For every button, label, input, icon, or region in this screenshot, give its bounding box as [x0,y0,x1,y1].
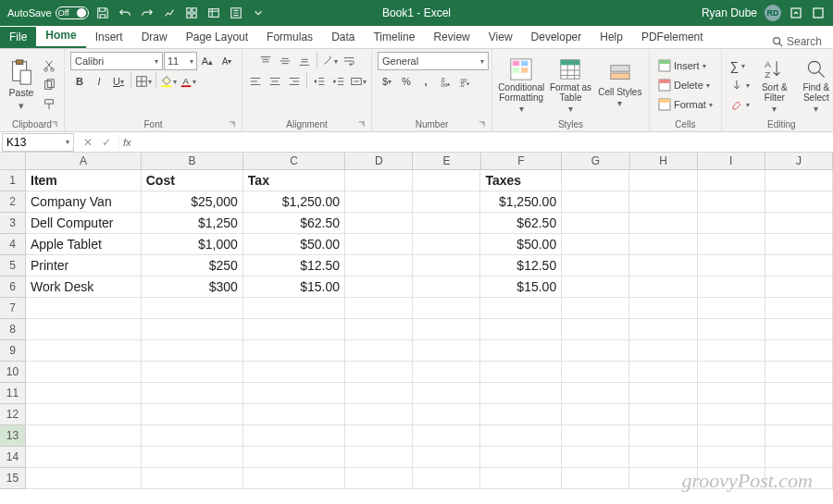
borders-button[interactable]: ▾ [134,72,153,91]
tab-view[interactable]: View [479,27,522,48]
cell-E15[interactable] [413,468,480,489]
underline-button[interactable]: U▾ [109,72,128,91]
cell-J9[interactable] [765,340,833,362]
cell-H15[interactable] [629,468,697,489]
qat-icon-4[interactable] [228,5,244,21]
cell-styles-button[interactable]: Cell Styles▾ [597,55,643,116]
cell-D15[interactable] [345,468,413,489]
qat-icon-1[interactable] [161,5,178,21]
increase-font-button[interactable]: A▴ [198,52,217,70]
cell-J7[interactable] [765,298,833,319]
tab-review[interactable]: Review [424,27,479,48]
row-header-1[interactable]: 1 [0,170,25,191]
cell-C12[interactable] [243,404,345,425]
save-icon[interactable] [94,5,111,21]
delete-cells-button[interactable]: Delete ▾ [655,76,713,94]
cell-A7[interactable] [26,298,142,319]
worksheet-grid[interactable]: ABCDEFGHIJ 123456789101112131415 ItemCos… [0,153,833,504]
cell-A15[interactable] [26,468,142,489]
cell-I10[interactable] [698,362,765,383]
cell-J10[interactable] [765,362,833,383]
cell-C5[interactable]: $12.50 [243,255,345,277]
cell-D6[interactable] [345,277,413,298]
cell-H6[interactable] [629,277,697,298]
cell-G8[interactable] [562,319,629,340]
column-header-F[interactable]: F [481,153,563,169]
cell-B8[interactable] [142,319,243,340]
row-header-15[interactable]: 15 [0,468,25,489]
column-header-C[interactable]: C [243,153,345,169]
merge-button[interactable]: ▾ [349,72,367,91]
cell-I2[interactable] [698,191,765,213]
name-box[interactable]: K13▾ [2,133,74,152]
row-header-10[interactable]: 10 [0,362,25,383]
cell-C15[interactable] [243,468,345,489]
cell-F2[interactable]: $1,250.00 [480,191,562,213]
cell-G5[interactable] [562,255,629,277]
cell-C7[interactable] [243,298,345,319]
cell-F10[interactable] [480,362,562,383]
ribbon-options-icon[interactable] [789,6,803,20]
cell-A10[interactable] [26,362,142,383]
cell-G6[interactable] [562,277,629,298]
cell-H13[interactable] [629,425,697,447]
cancel-formula-icon[interactable]: ✕ [80,134,96,151]
cell-C10[interactable] [243,362,345,383]
cell-B1[interactable]: Cost [142,170,243,191]
cell-B10[interactable] [142,362,243,383]
find-select-button[interactable]: Find & Select▾ [797,55,833,116]
cell-I8[interactable] [698,319,765,340]
cell-D10[interactable] [345,362,413,383]
cell-G13[interactable] [562,425,629,447]
cell-D8[interactable] [345,319,413,340]
cell-A12[interactable] [26,404,142,425]
cell-E8[interactable] [413,319,480,340]
cell-F11[interactable] [480,383,562,404]
cell-J1[interactable] [765,170,833,191]
orientation-button[interactable]: ▾ [320,52,339,70]
cell-F14[interactable] [480,447,562,468]
launcher-icon[interactable] [356,120,366,129]
cell-J4[interactable] [765,234,833,255]
enter-formula-icon[interactable]: ✓ [98,134,115,151]
cell-H9[interactable] [629,340,697,362]
sort-filter-button[interactable]: AZ Sort & Filter▾ [755,55,794,116]
cell-D5[interactable] [345,255,413,277]
cell-H2[interactable] [629,191,697,213]
tab-timeline[interactable]: Timeline [364,27,424,48]
column-header-G[interactable]: G [562,153,629,169]
cell-J14[interactable] [765,447,833,468]
tab-page-layout[interactable]: Page Layout [177,27,257,48]
cell-I12[interactable] [698,404,765,425]
column-header-J[interactable]: J [765,153,833,169]
clear-button[interactable]: ▾ [727,95,752,114]
cell-E12[interactable] [413,404,480,425]
tab-developer[interactable]: Developer [522,27,591,48]
cell-A6[interactable]: Work Desk [26,277,142,298]
cell-J15[interactable] [765,468,833,489]
cell-E6[interactable] [413,277,480,298]
cell-I5[interactable] [698,255,765,277]
cell-I15[interactable] [698,468,765,489]
align-middle-button[interactable] [276,52,294,70]
cell-H3[interactable] [629,213,697,234]
cell-I6[interactable] [698,277,765,298]
cell-D14[interactable] [345,447,413,468]
cell-A9[interactable] [26,340,142,362]
cell-G10[interactable] [562,362,629,383]
cell-E11[interactable] [413,383,480,404]
cell-I9[interactable] [698,340,765,362]
cell-B7[interactable] [142,298,243,319]
cell-E4[interactable] [413,234,480,255]
cell-I4[interactable] [698,234,765,255]
cell-J6[interactable] [765,277,833,298]
row-header-4[interactable]: 4 [0,234,25,255]
cell-G4[interactable] [562,234,629,255]
cell-F3[interactable]: $62.50 [480,213,562,234]
column-header-D[interactable]: D [345,153,413,169]
row-header-14[interactable]: 14 [0,447,25,468]
autosum-button[interactable]: ∑ ▾ [727,56,748,75]
formula-input[interactable] [135,133,833,152]
cell-E10[interactable] [413,362,480,383]
cell-B4[interactable]: $1,000 [142,234,243,255]
